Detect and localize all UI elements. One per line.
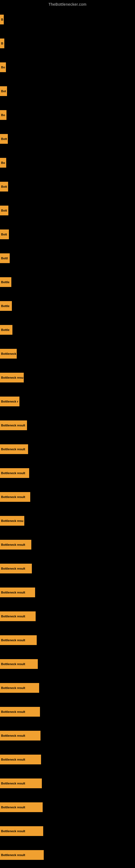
bar-14: Bottleneck xyxy=(0,349,17,359)
bar-33: Bottleneck result xyxy=(0,802,43,812)
bar-label-5: Bott xyxy=(1,137,7,141)
bar-label-18: Bottleneck result xyxy=(1,447,25,451)
bar-13: Bottle xyxy=(0,325,12,335)
bar-row-8: Bott xyxy=(0,198,135,222)
bar-label-23: Bottleneck result xyxy=(1,567,25,570)
bar-row-10: Bottl xyxy=(0,246,135,270)
bar-15: Bottleneck resu xyxy=(0,373,24,382)
bar-row-35: Bottleneck result xyxy=(0,843,135,867)
bar-row-4: Bo xyxy=(0,103,135,127)
bar-label-15: Bottleneck resu xyxy=(1,376,24,379)
bar-label-24: Bottleneck result xyxy=(1,591,25,594)
bar-row-5: Bott xyxy=(0,127,135,151)
bar-2: Bo xyxy=(0,62,6,72)
bar-label-28: Bottleneck result xyxy=(1,686,25,689)
bar-28: Bottleneck result xyxy=(0,683,39,693)
bar-7: Bott xyxy=(0,182,8,191)
bar-22: Bottleneck result xyxy=(0,540,31,550)
bar-label-12: Bottle xyxy=(1,304,9,308)
bar-row-2: Bo xyxy=(0,55,135,79)
bar-row-21: Bottleneck resu xyxy=(0,509,135,533)
bar-row-9: Bott xyxy=(0,222,135,246)
bar-row-32: Bottleneck result xyxy=(0,771,135,795)
bar-label-11: Bottle xyxy=(1,280,9,284)
bar-label-35: Bottleneck result xyxy=(1,854,25,857)
bar-row-11: Bottle xyxy=(0,270,135,294)
bar-label-13: Bottle xyxy=(1,328,9,332)
bar-10: Bottl xyxy=(0,253,10,263)
bar-row-33: Bottleneck result xyxy=(0,795,135,819)
bar-12: Bottle xyxy=(0,301,12,311)
bar-label-27: Bottleneck result xyxy=(1,662,25,665)
bar-label-0: B xyxy=(1,18,3,21)
bar-18: Bottleneck result xyxy=(0,444,28,454)
bar-row-26: Bottleneck result xyxy=(0,628,135,652)
bar-row-0: B xyxy=(0,8,135,31)
bar-20: Bottleneck result xyxy=(0,492,30,502)
bar-label-34: Bottleneck result xyxy=(1,830,25,833)
bar-row-25: Bottleneck result xyxy=(0,604,135,628)
bar-9: Bott xyxy=(0,229,9,239)
bar-row-14: Bottleneck xyxy=(0,342,135,366)
bar-31: Bottleneck result xyxy=(0,755,41,764)
bar-21: Bottleneck resu xyxy=(0,516,24,526)
bar-row-28: Bottleneck result xyxy=(0,676,135,700)
bar-row-16: Bottleneck r xyxy=(0,390,135,413)
bar-8: Bott xyxy=(0,206,8,215)
bar-row-19: Bottleneck result xyxy=(0,461,135,485)
bar-4: Bo xyxy=(0,110,6,120)
bar-24: Bottleneck result xyxy=(0,588,35,597)
bar-32: Bottleneck result xyxy=(0,778,42,788)
site-title: TheBottlenecker.com xyxy=(0,0,135,8)
bar-row-7: Bott xyxy=(0,175,135,198)
bar-label-3: Bot xyxy=(1,90,6,93)
bar-label-22: Bottleneck result xyxy=(1,543,25,546)
bar-label-6: Bo xyxy=(1,161,5,164)
bar-label-1: B xyxy=(1,42,3,45)
bar-label-33: Bottleneck result xyxy=(1,806,25,809)
bar-row-15: Bottleneck resu xyxy=(0,366,135,390)
bar-30: Bottleneck result xyxy=(0,731,41,741)
bar-23: Bottleneck result xyxy=(0,564,32,574)
bars-container: BBBoBotBoBottBoBottBottBottBottlBottleBo… xyxy=(0,8,135,867)
bar-11: Bottle xyxy=(0,277,11,287)
bar-label-7: Bott xyxy=(1,185,7,188)
bar-label-19: Bottleneck result xyxy=(1,471,25,475)
bar-1: B xyxy=(0,38,4,48)
bar-row-22: Bottleneck result xyxy=(0,533,135,557)
bar-row-23: Bottleneck result xyxy=(0,557,135,581)
bar-row-31: Bottleneck result xyxy=(0,748,135,771)
bar-27: Bottleneck result xyxy=(0,659,38,669)
bar-16: Bottleneck r xyxy=(0,397,19,406)
bar-row-6: Bo xyxy=(0,151,135,175)
bar-label-26: Bottleneck result xyxy=(1,639,25,642)
bar-0: B xyxy=(0,14,4,24)
bar-label-30: Bottleneck result xyxy=(1,734,25,737)
bar-row-27: Bottleneck result xyxy=(0,652,135,676)
bar-35: Bottleneck result xyxy=(0,850,44,860)
bar-6: Bo xyxy=(0,158,6,167)
bar-3: Bot xyxy=(0,86,7,96)
bar-label-21: Bottleneck resu xyxy=(1,519,24,522)
bar-row-1: B xyxy=(0,31,135,55)
bar-label-10: Bottl xyxy=(1,257,8,260)
bar-34: Bottleneck result xyxy=(0,826,43,836)
bar-label-32: Bottleneck result xyxy=(1,782,25,785)
bar-row-29: Bottleneck result xyxy=(0,700,135,724)
bar-row-12: Bottle xyxy=(0,294,135,318)
bar-26: Bottleneck result xyxy=(0,635,37,645)
bar-label-14: Bottleneck xyxy=(1,352,16,355)
bar-row-3: Bot xyxy=(0,79,135,103)
bar-17: Bottleneck result xyxy=(0,421,27,430)
bar-label-29: Bottleneck result xyxy=(1,710,25,713)
bar-row-34: Bottleneck result xyxy=(0,819,135,843)
bar-row-24: Bottleneck result xyxy=(0,581,135,604)
bar-label-8: Bott xyxy=(1,209,7,212)
bar-row-18: Bottleneck result xyxy=(0,437,135,461)
bar-row-30: Bottleneck result xyxy=(0,724,135,748)
bar-label-31: Bottleneck result xyxy=(1,758,25,761)
bar-label-17: Bottleneck result xyxy=(1,424,25,427)
bar-label-25: Bottleneck result xyxy=(1,615,25,618)
bar-25: Bottleneck result xyxy=(0,611,36,621)
bar-row-20: Bottleneck result xyxy=(0,485,135,509)
